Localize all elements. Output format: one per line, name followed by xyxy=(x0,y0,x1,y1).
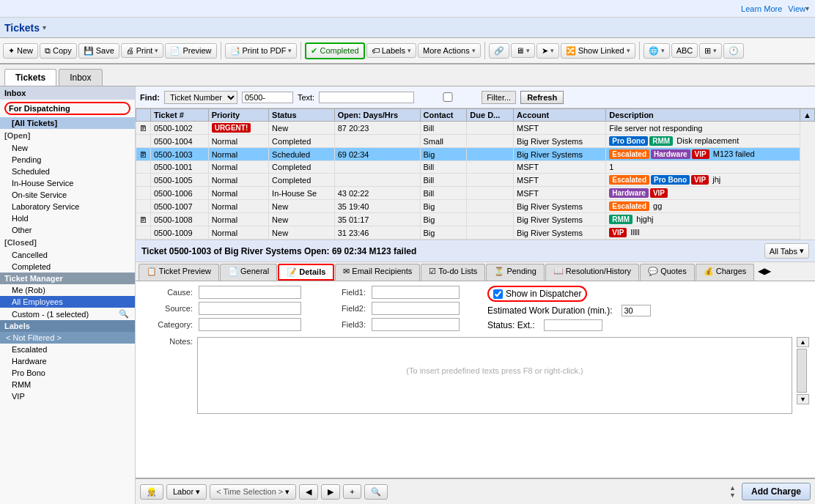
sidebar-label-vip[interactable]: VIP xyxy=(0,390,135,402)
row-ticket[interactable]: 0500-1002 xyxy=(151,122,209,135)
sidebar-item-completed[interactable]: Completed xyxy=(0,261,135,273)
preview-button[interactable]: 📄 Preview xyxy=(165,43,216,59)
sidebar-item-new[interactable]: New xyxy=(0,142,135,154)
sidebar-item-me-rob[interactable]: Me (Rob) xyxy=(0,284,135,296)
table-row[interactable]: 🖹 0500-1008 Normal New 35 01:17 Big Big … xyxy=(136,213,815,226)
col-priority[interactable]: Priority xyxy=(208,109,268,122)
tab-todo-lists[interactable]: ☑ To-do Lists xyxy=(421,264,485,281)
find-field-select[interactable]: Ticket Number xyxy=(164,91,237,104)
show-linked-button[interactable]: 🔀 Show Linked ▾ xyxy=(561,43,635,59)
monitor-icon-btn[interactable]: 🖥 ▾ xyxy=(511,43,535,58)
source-input[interactable] xyxy=(199,302,301,315)
print-button[interactable]: 🖨 Print ▾ xyxy=(121,43,164,58)
field3-input[interactable] xyxy=(372,318,460,331)
print-to-pdf-button[interactable]: 📑 Print to PDF ▾ xyxy=(225,43,298,59)
sidebar-item-all-employees[interactable]: All Employees xyxy=(0,296,135,308)
globe-icon-btn[interactable]: 🌐 ▾ xyxy=(643,43,670,59)
sidebar-item-hold[interactable]: Hold xyxy=(0,212,135,224)
more-actions-button[interactable]: More Actions ▾ xyxy=(418,43,481,58)
table-row[interactable]: 🖹 0500-1003 Normal Scheduled 69 02:34 Bi… xyxy=(136,148,815,161)
copy-button[interactable]: ⧉ Copy xyxy=(40,43,77,59)
col-scroll-up[interactable]: ▲ xyxy=(800,109,815,122)
app-dropdown-icon[interactable]: ▾ xyxy=(43,23,46,32)
sidebar-label-hardware[interactable]: Hardware xyxy=(0,355,135,367)
tab-email-recipients[interactable]: ✉ Email Recipients xyxy=(335,264,420,281)
col-ticket[interactable]: Ticket # xyxy=(151,109,209,122)
labels-button[interactable]: 🏷 Labels ▾ xyxy=(366,43,416,58)
row-ticket[interactable]: 0500-1009 xyxy=(151,226,209,240)
col-description[interactable]: Description xyxy=(606,109,800,122)
time-selection-button[interactable]: < Time Selection > ▾ xyxy=(210,484,296,500)
sidebar-item-cancelled[interactable]: Cancelled xyxy=(0,249,135,261)
row-ticket[interactable]: 0500-1008 xyxy=(151,213,209,226)
row-ticket[interactable]: 0500-1003 xyxy=(151,148,209,161)
sidebar-item-lab[interactable]: Laboratory Service xyxy=(0,201,135,212)
row-ticket[interactable]: 0500-1006 xyxy=(151,187,209,200)
scroll-up-down[interactable]: ▲ ▼ xyxy=(729,484,736,499)
search-time-btn[interactable]: 🔍 xyxy=(364,484,388,500)
tab-resolution-history[interactable]: 📖 Resolution/History xyxy=(545,264,639,281)
labor-icon-btn[interactable]: 👷 xyxy=(140,484,163,500)
abc-icon-btn[interactable]: ABC xyxy=(671,43,698,58)
refresh-button[interactable]: Refresh xyxy=(520,91,564,104)
custom-search-icon[interactable]: 🔍 xyxy=(119,309,129,319)
field2-input[interactable] xyxy=(372,302,460,315)
sidebar-item-custom[interactable]: Custom - (1 selected) 🔍 xyxy=(0,308,135,320)
table-row[interactable]: 0500-1004 Normal Completed Small Big Riv… xyxy=(136,135,815,148)
tab-quotes[interactable]: 💬 Quotes xyxy=(640,264,695,281)
arrow-left-btn[interactable]: ◀ xyxy=(299,484,318,500)
sidebar-item-onsite[interactable]: On-site Service xyxy=(0,189,135,201)
sidebar-label-escalated[interactable]: Escalated xyxy=(0,344,135,355)
sidebar-item-for-dispatching[interactable]: For Dispatching xyxy=(4,102,130,115)
col-contact[interactable]: Contact xyxy=(420,109,467,122)
filter-button[interactable]: Filter... xyxy=(482,91,516,104)
sidebar-item-all-tickets[interactable]: [All Tickets] xyxy=(0,117,135,129)
table-row[interactable]: 🖹 0500-1002 URGENT! New 87 20:23 Bill MS… xyxy=(136,122,815,135)
grid-icon-btn[interactable]: ⊞ ▾ xyxy=(699,43,722,59)
col-due[interactable]: Due D... xyxy=(467,109,514,122)
network-icon-btn[interactable]: 🔗 xyxy=(489,43,509,59)
plus-btn[interactable]: + xyxy=(343,484,361,499)
arrow-icon-btn[interactable]: ➤ ▾ xyxy=(536,43,559,59)
view-link[interactable]: View xyxy=(788,4,805,13)
arrow-right-btn[interactable]: ▶ xyxy=(321,484,340,500)
sidebar-item-other[interactable]: Other xyxy=(0,224,135,236)
new-button[interactable]: ✦ New xyxy=(3,43,38,59)
notes-scroll-down[interactable]: ▼ xyxy=(797,394,809,404)
add-charge-button[interactable]: Add Charge xyxy=(742,483,811,500)
more-tabs-icon[interactable]: ◀▶ xyxy=(755,264,774,281)
table-row[interactable]: 0500-1007 Normal New 35 19:40 Big Big Ri… xyxy=(136,200,815,213)
notes-textarea[interactable] xyxy=(197,337,792,414)
table-row[interactable]: 0500-1001 Normal Completed Bill MSFT 1 xyxy=(136,161,815,174)
find-text-input[interactable] xyxy=(319,92,414,103)
show-dispatcher-checkbox[interactable] xyxy=(493,289,503,299)
sidebar-label-probono[interactable]: Pro Bono xyxy=(0,367,135,379)
find-search-input[interactable] xyxy=(242,92,293,103)
col-status[interactable]: Status xyxy=(269,109,335,122)
sidebar-item-scheduled[interactable]: Scheduled xyxy=(0,166,135,177)
sidebar-item-inhouse[interactable]: In-House Service xyxy=(0,177,135,189)
notes-scrollbar[interactable]: ▲ ▼ xyxy=(797,337,809,404)
save-button[interactable]: 💾 Save xyxy=(78,43,119,59)
category-input[interactable] xyxy=(199,318,301,331)
row-ticket[interactable]: 0500-1005 xyxy=(151,174,209,187)
tab-pending[interactable]: ⏳ Pending xyxy=(486,264,544,281)
filter-checkbox[interactable] xyxy=(418,92,477,102)
tab-general[interactable]: 📄 General xyxy=(220,264,277,281)
status-ext-input[interactable] xyxy=(544,319,602,331)
notes-scroll-up[interactable]: ▲ xyxy=(797,337,809,347)
table-row[interactable]: 0500-1005 Normal Completed Bill MSFT Esc… xyxy=(136,174,815,187)
field1-input[interactable] xyxy=(372,286,460,299)
sidebar-item-pending[interactable]: Pending xyxy=(0,154,135,166)
table-row[interactable]: 0500-1009 Normal New 31 23:46 Big Big Ri… xyxy=(136,226,815,240)
tab-charges[interactable]: 💰 Charges xyxy=(696,264,755,281)
clock-icon-btn[interactable]: 🕐 xyxy=(723,43,744,59)
tab-inbox[interactable]: Inbox xyxy=(59,69,102,86)
tab-tickets[interactable]: Tickets xyxy=(4,69,56,86)
table-row[interactable]: 0500-1006 Normal In-House Se 43 02:22 Bi… xyxy=(136,187,815,200)
learn-more-link[interactable]: Learn More xyxy=(741,4,782,13)
tab-details[interactable]: 📝 Details xyxy=(278,264,334,281)
all-tabs-button[interactable]: All Tabs ▾ xyxy=(764,243,809,259)
row-ticket[interactable]: 0500-1007 xyxy=(151,200,209,213)
col-open[interactable]: Open: Days/Hrs xyxy=(334,109,420,122)
